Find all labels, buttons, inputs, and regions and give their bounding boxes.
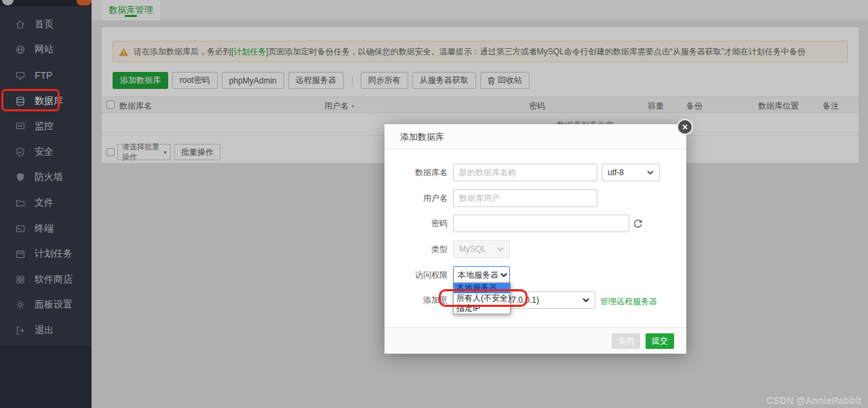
add-database-modal: 添加数据库 数据库名 utf-8 用户名 密码 类型 MySQL 访问权限 本地…: [384, 124, 686, 354]
modal-footer: 关闭 提交: [384, 327, 686, 354]
access-value: 本地服务器: [458, 270, 498, 281]
dbtype-select: MySQL: [453, 240, 510, 258]
watermark: CSDN @AnnieRabbit: [766, 394, 861, 405]
dbtype-value: MySQL: [459, 244, 486, 254]
field-label-dbname: 数据库名: [384, 164, 448, 181]
field-label-target: 添加至: [384, 291, 448, 309]
modal-title: 添加数据库: [384, 124, 686, 149]
field-label-password: 密码: [384, 215, 448, 232]
field-label-type: 类型: [384, 240, 448, 258]
access-dropdown-list: 本地服务器 所有人(不安全) 指定IP: [453, 282, 511, 314]
chevron-down-icon: [497, 247, 504, 251]
regenerate-password-icon[interactable]: [633, 219, 643, 229]
password-input[interactable]: [453, 215, 629, 232]
chevron-down-icon: [500, 273, 507, 277]
modal-submit-button[interactable]: 提交: [646, 333, 674, 349]
username-input[interactable]: [453, 189, 597, 207]
field-label-access: 访问权限: [384, 266, 448, 284]
charset-value: utf-8: [608, 168, 624, 177]
dropdown-option-local[interactable]: 本地服务器: [454, 283, 510, 293]
dbname-input[interactable]: [453, 164, 597, 181]
modal-close-button[interactable]: 关闭: [612, 333, 640, 349]
charset-select[interactable]: utf-8: [601, 164, 660, 181]
close-icon: ×: [682, 122, 688, 132]
manage-remote-server-link[interactable]: 管理远程服务器: [600, 296, 657, 308]
chevron-down-icon: [583, 298, 589, 302]
field-label-username: 用户名: [384, 189, 448, 207]
access-select[interactable]: 本地服务器: [453, 266, 510, 284]
dropdown-option-specified-ip[interactable]: 指定IP: [454, 303, 510, 314]
chevron-down-icon: [647, 170, 654, 174]
modal-close-x-button[interactable]: ×: [677, 119, 693, 135]
dropdown-option-everyone[interactable]: 所有人(不安全): [454, 293, 510, 303]
screen: ▪▪▪▪▪▪▪ 首页 网站 FTP 数据库 监控: [0, 0, 868, 408]
